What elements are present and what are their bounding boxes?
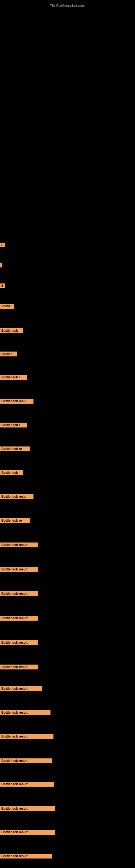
site-title: TheBottlenecker.com [0,1,135,10]
bottleneck-result-label: B [0,243,5,247]
bottleneck-result-label: Bottleneck result [0,640,38,645]
bottleneck-result-label: Bottleneck result [0,782,54,786]
bottleneck-result-label: Bottleneck result [0,758,52,763]
bottleneck-result-label: Bottleneck re [0,446,30,452]
bottleneck-result-label: Bottleneck result [0,686,42,691]
bottleneck-result-label: Bottleneck re [0,518,30,523]
bottleneck-result-label: Bottleneck [0,470,23,475]
bottleneck-result-label: Bottleneck result [0,567,38,572]
bottleneck-result-label: Bottlen [0,351,17,356]
bottleneck-result-label: Bottleneck [0,328,23,333]
bottleneck-result-label: Bottle [0,304,14,309]
bottleneck-result-label: Bottleneck result [0,854,52,859]
bottleneck-result-label: Bottleneck result [0,664,38,670]
bottleneck-result-label: Bottleneck result [0,806,55,811]
bottleneck-result-label: Bottleneck result [0,591,38,596]
bottleneck-result-label: Bottleneck resu [0,399,34,404]
bottleneck-result-label: Bottleneck resu [0,494,34,499]
bottleneck-result-label: Bottleneck r [0,375,27,380]
bottleneck-result-label: Bottleneck result [0,734,53,739]
bottleneck-result-label: Bottleneck result [0,710,50,715]
bottleneck-result-label: B [0,283,5,288]
bottleneck-result-label: | [0,263,2,268]
bottleneck-result-label: Bottleneck r [0,423,27,428]
bottleneck-result-label: Bottleneck result [0,542,38,547]
bottleneck-result-label: Bottleneck result [0,616,38,621]
bottleneck-result-label: Bottleneck result [0,830,55,835]
